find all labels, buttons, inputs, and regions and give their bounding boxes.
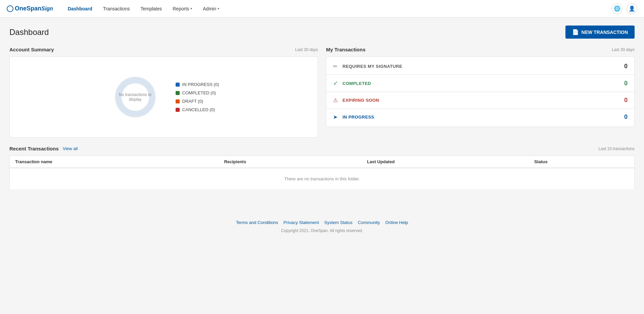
globe-icon-button[interactable]: 🌐 xyxy=(612,3,623,14)
my-transactions-meta: Last 30 days xyxy=(612,47,635,52)
logo-text-sign: Sign xyxy=(41,6,53,12)
empty-message: There are no transactions in this folder… xyxy=(10,168,635,190)
footer-system-status-link[interactable]: System Status xyxy=(324,220,353,225)
recent-transactions-section: Recent Transactions View all Last 10 tra… xyxy=(9,146,635,190)
tx-requires-label: REQUIRES MY SIGNATURE xyxy=(342,64,624,69)
legend-label-inprogress: IN PROGRESS (0) xyxy=(182,82,219,87)
col-last-updated: Last Updated xyxy=(362,156,529,168)
tx-row-completed[interactable]: ✓ COMPLETED 0 xyxy=(326,75,634,92)
transactions-table: Transaction name Recipients Last Updated… xyxy=(9,155,635,190)
nav-templates[interactable]: Templates xyxy=(136,4,167,13)
chart-area: No transactions to display IN PROGRESS (… xyxy=(16,63,311,131)
legend-label-cancelled: CANCELLED (0) xyxy=(182,107,215,112)
warning-icon: ⚠ xyxy=(333,97,342,103)
tx-completed-label: COMPLETED xyxy=(342,81,624,86)
table-body: There are no transactions in this folder… xyxy=(10,168,635,190)
account-summary-header: Account Summary Last 30 days xyxy=(9,47,318,52)
reports-chevron-icon: ▾ xyxy=(190,7,192,10)
my-transactions-card: ✏ REQUIRES MY SIGNATURE 0 ✓ COMPLETED 0 … xyxy=(326,56,635,127)
tx-row-inprogress[interactable]: ➤ IN PROGRESS 0 xyxy=(326,109,634,125)
tx-expiring-label: EXPIRING SOON xyxy=(342,98,624,103)
legend-label-completed: COMPLETED (0) xyxy=(182,90,216,95)
admin-chevron-icon: ▾ xyxy=(218,7,219,10)
recent-header-left: Recent Transactions View all xyxy=(9,146,78,151)
legend-item-inprogress: IN PROGRESS (0) xyxy=(176,82,219,87)
logo-text-onespan: OneSpan xyxy=(15,5,41,12)
footer-terms-link[interactable]: Terms and Conditions xyxy=(236,220,278,225)
col-transaction-name: Transaction name xyxy=(10,156,219,168)
col-status: Status xyxy=(529,156,635,168)
tx-requires-count: 0 xyxy=(624,63,628,70)
table-header-row: Transaction name Recipients Last Updated… xyxy=(10,156,635,168)
nav-dashboard[interactable]: Dashboard xyxy=(63,4,97,13)
recent-transactions-meta: Last 10 transactions xyxy=(599,146,635,151)
legend-dot-draft xyxy=(176,99,180,103)
col-recipients: Recipients xyxy=(219,156,362,168)
main-content: Dashboard 📄 NEW TRANSACTION Account Summ… xyxy=(0,17,644,248)
page-title: Dashboard xyxy=(9,28,49,37)
logo-circle-icon xyxy=(7,5,13,12)
account-summary-section: Account Summary Last 30 days No transact… xyxy=(9,47,318,138)
check-icon: ✓ xyxy=(333,80,342,87)
my-transactions-header: My Transactions Last 30 days xyxy=(326,47,635,52)
footer-links: Terms and Conditions Privacy Statement S… xyxy=(16,220,628,225)
recent-transactions-header: Recent Transactions View all Last 10 tra… xyxy=(9,146,635,151)
my-transactions-section: My Transactions Last 30 days ✏ REQUIRES … xyxy=(326,47,635,138)
navbar: OneSpan Sign Dashboard Transactions Temp… xyxy=(0,0,644,17)
account-summary-title: Account Summary xyxy=(9,47,54,52)
legend-label-draft: DRAFT (0) xyxy=(182,99,203,104)
pencil-icon: ✏ xyxy=(333,63,342,70)
footer-privacy-link[interactable]: Privacy Statement xyxy=(283,220,319,225)
dashboard-grid: Account Summary Last 30 days No transact… xyxy=(9,47,635,138)
donut-label: No transactions to display xyxy=(119,92,152,102)
account-summary-card: No transactions to display IN PROGRESS (… xyxy=(9,56,318,138)
footer: Terms and Conditions Privacy Statement S… xyxy=(9,210,635,240)
tx-inprogress-label: IN PROGRESS xyxy=(342,115,624,120)
new-transaction-label: NEW TRANSACTION xyxy=(582,30,628,35)
nav-links: Dashboard Transactions Templates Reports… xyxy=(63,4,612,13)
footer-online-help-link[interactable]: Online Help xyxy=(385,220,408,225)
recent-transactions-title: Recent Transactions xyxy=(9,146,59,151)
legend-dot-completed xyxy=(176,91,180,95)
legend-dot-inprogress xyxy=(176,83,180,87)
legend-item-completed: COMPLETED (0) xyxy=(176,90,219,95)
nav-reports[interactable]: Reports ▾ xyxy=(168,4,197,13)
donut-chart: No transactions to display xyxy=(108,70,162,124)
legend-item-cancelled: CANCELLED (0) xyxy=(176,107,219,112)
tx-expiring-count: 0 xyxy=(624,97,628,104)
footer-copyright: Copyright 2021, OneSpan. All rights rese… xyxy=(16,228,628,233)
tx-row-expiring-soon[interactable]: ⚠ EXPIRING SOON 0 xyxy=(326,92,634,109)
new-transaction-button[interactable]: 📄 NEW TRANSACTION xyxy=(565,26,635,39)
user-icon-button[interactable]: 👤 xyxy=(627,3,637,14)
chart-legend: IN PROGRESS (0) COMPLETED (0) DRAFT (0) xyxy=(176,82,219,112)
new-transaction-doc-icon: 📄 xyxy=(572,29,579,35)
legend-dot-cancelled xyxy=(176,108,180,112)
logo[interactable]: OneSpan Sign xyxy=(7,5,53,12)
table-header: Transaction name Recipients Last Updated… xyxy=(10,156,635,168)
nav-admin[interactable]: Admin ▾ xyxy=(198,4,224,13)
account-summary-meta: Last 30 days xyxy=(295,47,318,52)
tx-row-requires-signature[interactable]: ✏ REQUIRES MY SIGNATURE 0 xyxy=(326,58,634,75)
footer-community-link[interactable]: Community xyxy=(358,220,380,225)
legend-item-draft: DRAFT (0) xyxy=(176,99,219,104)
my-transactions-title: My Transactions xyxy=(326,47,366,52)
view-all-link[interactable]: View all xyxy=(63,146,78,151)
tx-completed-count: 0 xyxy=(624,80,628,87)
tx-inprogress-count: 0 xyxy=(624,114,628,121)
page-header: Dashboard 📄 NEW TRANSACTION xyxy=(9,26,635,39)
send-icon: ➤ xyxy=(333,114,342,120)
nav-right: 🌐 👤 xyxy=(612,3,637,14)
empty-row: There are no transactions in this folder… xyxy=(10,168,635,190)
nav-transactions[interactable]: Transactions xyxy=(98,4,135,13)
